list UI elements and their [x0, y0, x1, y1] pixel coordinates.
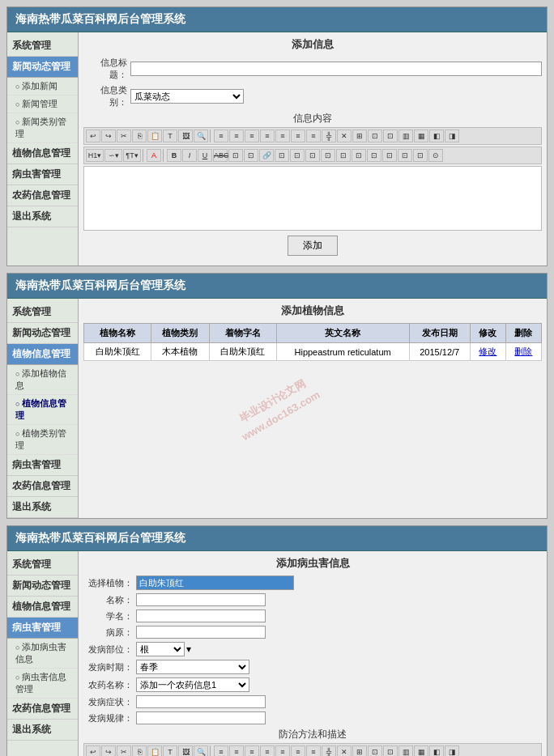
p-tb-b4[interactable]: ≡ [260, 745, 275, 756]
p-tb-find[interactable]: 🔍 [194, 745, 208, 756]
tb2-c1[interactable]: ⊡ [305, 149, 320, 162]
xue-input[interactable] [136, 609, 266, 622]
sidebar2-add-plant[interactable]: 添加植物信息 [7, 365, 78, 395]
tb-undo[interactable]: ↩ [86, 130, 100, 142]
add-news-button[interactable]: 添加 [288, 236, 338, 256]
tb2-c4[interactable]: ⊡ [352, 149, 366, 162]
sidebar3-plant[interactable]: 植物信息管理 [7, 597, 78, 618]
tb-b4[interactable]: ≡ [260, 130, 275, 142]
symptom-input[interactable] [136, 695, 266, 708]
tb-paste[interactable]: 📋 [147, 130, 162, 142]
tb-b7[interactable]: ≡ [306, 130, 321, 142]
sidebar3-pest-manage[interactable]: 病虫害信息管理 [7, 669, 78, 699]
tb-b9[interactable]: ✕ [337, 130, 352, 142]
p-tb-b13[interactable]: ▥ [398, 745, 413, 756]
sidebar2-news[interactable]: 新闻动态管理 [7, 323, 78, 344]
sidebar-item-news-1[interactable]: 新闻动态管理 [7, 57, 78, 78]
p-tb-b12[interactable]: ⊡ [383, 745, 398, 756]
p-tb-b14[interactable]: ▦ [414, 745, 428, 756]
tb-b15[interactable]: ◧ [429, 130, 444, 142]
drug-select[interactable]: 添加一个农药信息1 [136, 677, 249, 692]
p-tb-b1[interactable]: ≡ [214, 745, 228, 756]
sidebar2-plant[interactable]: 植物信息管理 [7, 344, 78, 365]
tb-b1[interactable]: ≡ [214, 130, 228, 142]
tb2-strike[interactable]: ABC [213, 149, 228, 162]
sidebar-item-add-news[interactable]: 添加新闻 [7, 78, 78, 96]
p-tb-b16[interactable]: ◨ [445, 745, 459, 756]
cell-edit[interactable]: 修改 [470, 343, 505, 361]
sidebar2-plant-category[interactable]: 植物类别管理 [7, 425, 78, 455]
cell-delete[interactable]: 删除 [505, 343, 541, 361]
category-select[interactable]: 瓜菜动态 [130, 89, 244, 104]
sidebar2-system[interactable]: 系统管理 [7, 302, 78, 323]
p-tb-paste[interactable]: 📋 [147, 745, 162, 756]
tb2-c5[interactable]: ⊡ [367, 149, 381, 162]
sidebar3-news[interactable]: 新闻动态管理 [7, 575, 78, 597]
p-tb-redo[interactable]: ↪ [101, 745, 116, 756]
tb2-tbl[interactable]: ⊡ [290, 149, 305, 162]
p-tb-b10[interactable]: ⊞ [352, 745, 367, 756]
title-input[interactable] [130, 62, 542, 76]
tb-b8[interactable]: ╬ [322, 130, 336, 142]
sidebar-item-news-manage[interactable]: 新闻管理 [7, 96, 78, 113]
p-tb-b9[interactable]: ✕ [337, 745, 352, 756]
rule-input[interactable] [136, 711, 266, 724]
tb-b2[interactable]: ≡ [229, 130, 244, 142]
sidebar2-plant-manage[interactable]: 植物信息管理 [7, 395, 78, 425]
tb2-c3[interactable]: ⊡ [336, 149, 351, 162]
tb2-sub[interactable]: ⊡ [228, 149, 243, 162]
tb-find[interactable]: 🔍 [194, 130, 208, 142]
delete-link[interactable]: 删除 [514, 346, 532, 356]
p-tb-cut[interactable]: ✂ [117, 745, 131, 756]
tb-copy[interactable]: ⎘ [132, 130, 147, 142]
sidebar-item-pest-1[interactable]: 病虫害管理 [7, 164, 78, 185]
p-tb-b11[interactable]: ⊡ [368, 745, 382, 756]
tb2-font[interactable]: ∽▾ [104, 149, 122, 162]
tb2-c6[interactable]: ⊡ [382, 149, 397, 162]
tb-cut[interactable]: ✂ [117, 130, 131, 142]
p-tb-b8[interactable]: ╬ [322, 745, 336, 756]
p-tb-b5[interactable]: ≡ [275, 745, 290, 756]
sidebar-item-news-category[interactable]: 新闻类别管理 [7, 113, 78, 143]
tb2-c8[interactable]: ⊡ [413, 149, 428, 162]
sidebar-item-logout-1[interactable]: 退出系统 [7, 206, 78, 227]
p-tb-undo[interactable]: ↩ [86, 745, 100, 756]
tb-image[interactable]: 🖼 [178, 130, 193, 142]
plant-select-input[interactable]: 白助朱顶红 [136, 575, 294, 590]
pest-name-input[interactable] [136, 593, 266, 606]
season-select[interactable]: 春季 [136, 660, 249, 674]
tb-b16[interactable]: ◨ [445, 130, 459, 142]
bing-input[interactable] [136, 626, 266, 639]
tb2-italic[interactable]: I [182, 149, 197, 162]
edit-link[interactable]: 修改 [479, 346, 496, 356]
p-tb-b7[interactable]: ≡ [306, 745, 321, 756]
tb2-link[interactable]: 🔗 [259, 149, 274, 162]
tb2-bold[interactable]: B [167, 149, 181, 162]
sidebar2-drug[interactable]: 农药信息管理 [7, 476, 78, 497]
sidebar3-add-pest[interactable]: 添加病虫害信息 [7, 639, 78, 669]
sidebar3-logout[interactable]: 退出系统 [7, 720, 78, 741]
tb-redo[interactable]: ↪ [101, 130, 116, 142]
tb-b6[interactable]: ≡ [291, 130, 305, 142]
tb2-c2[interactable]: ⊡ [321, 149, 335, 162]
p-tb-b3[interactable]: ≡ [245, 745, 259, 756]
p-tb-copy[interactable]: ⎘ [132, 745, 147, 756]
tb-b5[interactable]: ≡ [275, 130, 290, 142]
tb2-special[interactable]: ⊡ [244, 149, 258, 162]
tb-b12[interactable]: ⊡ [383, 130, 398, 142]
tb2-color-a[interactable]: A [147, 149, 161, 162]
sidebar-item-drug-1[interactable]: 农药信息管理 [7, 185, 78, 206]
p-tb-b15[interactable]: ◧ [429, 745, 444, 756]
sidebar3-drug[interactable]: 农药信息管理 [7, 699, 78, 720]
tb-paste-text[interactable]: T [163, 130, 177, 142]
tb2-h1[interactable]: H1▾ [86, 149, 104, 162]
tb-b11[interactable]: ⊡ [368, 130, 382, 142]
tb-b10[interactable]: ⊞ [352, 130, 367, 142]
sidebar2-logout[interactable]: 退出系统 [7, 497, 78, 518]
sidebar-item-system-1[interactable]: 系统管理 [7, 36, 78, 57]
tb2-c9[interactable]: ⊙ [428, 149, 443, 162]
sidebar3-system[interactable]: 系统管理 [7, 554, 78, 575]
sidebar3-pest[interactable]: 病虫害管理 [7, 618, 78, 639]
part-select[interactable]: 根 [136, 642, 185, 656]
sidebar-item-plant-1[interactable]: 植物信息管理 [7, 143, 78, 164]
